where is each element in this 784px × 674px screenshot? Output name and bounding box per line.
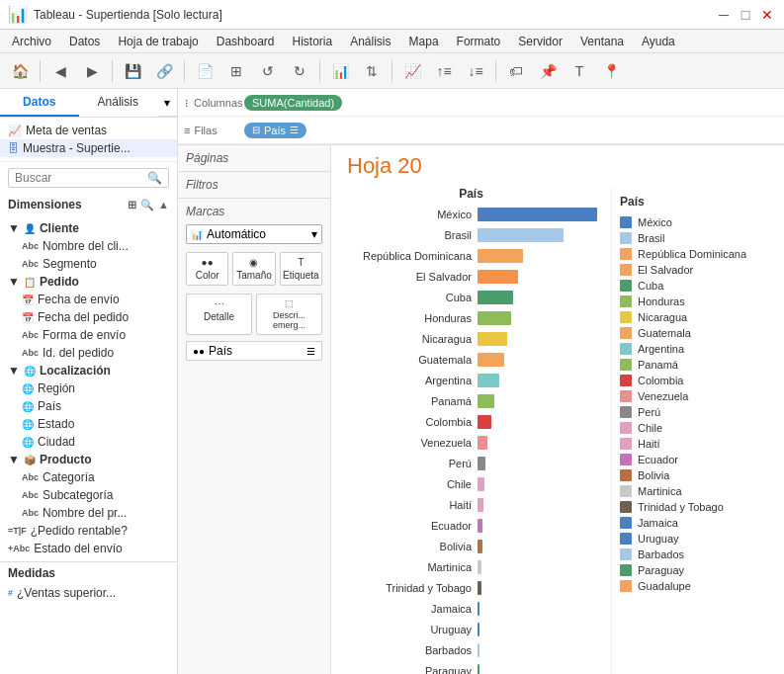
menu-archivo[interactable]: Archivo [4,33,59,50]
marks-size-btn[interactable]: ◉ Tamaño [232,252,275,286]
bar-row[interactable]: Perú [339,454,603,473]
bar-row[interactable]: Argentina [339,371,603,390]
legend-item[interactable]: Cuba [620,278,776,294]
legend-item[interactable]: Perú [620,404,776,420]
new-worksheet-button[interactable]: 📄 [191,57,218,85]
legend-item[interactable]: Chile [620,420,776,436]
field-fecha-pedido[interactable]: 📅 Fecha del pedido [0,308,177,326]
legend-item[interactable]: Argentina [620,341,776,357]
home-button[interactable]: 🏠 [6,57,34,85]
group-producto[interactable]: ▼ 📦 Producto [0,451,177,468]
grid-view-icon[interactable]: ⊞ [128,199,136,211]
legend-item[interactable]: Colombia [620,373,776,388]
field-segmento[interactable]: Abc Segmento [0,255,177,273]
bar-row[interactable]: Venezuela [339,433,603,453]
field-ventas-superior[interactable]: # ¿Ventas superior... [0,584,177,602]
marks-color-btn[interactable]: ●● Color [186,252,228,286]
group-cliente[interactable]: ▼ 👤 Cliente [0,219,177,237]
bar-row[interactable]: Cuba [339,288,603,307]
connect-button[interactable]: 📊 [326,57,354,85]
bar-row[interactable]: Trinidad y Tobago [339,578,603,598]
columns-pill-suma[interactable]: SUMA(Cantidad) [244,95,342,111]
bar-row[interactable]: Jamaica [339,599,603,619]
scroll-up-icon[interactable]: ▲ [158,199,169,211]
menu-historia[interactable]: Historia [284,33,340,50]
show-me-button[interactable]: 📈 [398,57,426,85]
menu-servidor[interactable]: Servidor [510,33,570,50]
field-categoria[interactable]: Abc Categoría [0,468,177,486]
menu-hoja[interactable]: Hoja de trabajo [110,33,206,50]
bar-row[interactable]: Brasil [339,225,603,245]
field-region[interactable]: 🌐 Región [0,379,177,397]
tab-analisis[interactable]: Análisis [79,89,158,117]
legend-item[interactable]: El Salvador [620,262,776,278]
duplicate-button[interactable]: ⊞ [222,57,250,85]
maximize-button[interactable]: □ [737,6,754,24]
marks-label-btn[interactable]: T Etiqueta [280,252,322,286]
swap-button[interactable]: ⇅ [358,57,386,85]
field-fecha-envio[interactable]: 📅 Fecha de envío [0,291,177,308]
annotation-button[interactable]: 📌 [534,57,562,85]
menu-mapa[interactable]: Mapa [401,33,447,50]
legend-item[interactable]: República Dominicana [620,246,776,262]
datasource-muestra[interactable]: 🗄 Muestra - Supertie... [0,139,177,157]
menu-ventana[interactable]: Ventana [572,33,632,50]
undo-button[interactable]: ↺ [254,57,282,85]
sort-asc-button[interactable]: ↑≡ [430,57,458,85]
legend-item[interactable]: Venezuela [620,388,776,404]
field-nombre-cliente[interactable]: Abc Nombre del cli... [0,237,177,255]
marks-detail-btn[interactable]: ⋯ Detalle [186,294,252,335]
legend-item[interactable]: Guadalupe [620,578,776,594]
bar-row[interactable]: México [339,205,603,224]
label-button[interactable]: 🏷 [502,57,530,85]
field-nombre-producto[interactable]: Abc Nombre del pr... [0,504,177,522]
panel-tab-dropdown[interactable]: ▾ [157,89,177,117]
add-datasource-button[interactable]: 🔗 [150,57,178,85]
redo-button[interactable]: ↻ [286,57,313,85]
text-button[interactable]: T [566,57,593,85]
menu-formato[interactable]: Formato [449,33,509,50]
tab-datos[interactable]: Datos [0,89,79,117]
datasource-meta[interactable]: 📈 Meta de ventas [0,122,177,139]
minimize-button[interactable]: ─ [715,6,733,24]
search-box[interactable]: 🔍 [8,168,169,188]
legend-item[interactable]: Haití [620,436,776,452]
bar-row[interactable]: Honduras [339,308,603,328]
search-dim-icon[interactable]: 🔍 [140,199,154,211]
legend-item[interactable]: Uruguay [620,531,776,547]
field-ciudad[interactable]: 🌐 Ciudad [0,433,177,451]
bar-row[interactable]: Paraguay [339,661,603,674]
rows-pill-pais[interactable]: ⊟ País ☰ [244,123,306,138]
legend-item[interactable]: México [620,214,776,230]
group-pedido[interactable]: ▼ 📋 Pedido [0,273,177,291]
marks-tooltip-btn[interactable]: ⬚ Descri...emerg... [256,294,322,335]
legend-item[interactable]: Ecuador [620,452,776,467]
bar-row[interactable]: Nicaragua [339,329,603,349]
menu-analisis[interactable]: Análisis [342,33,398,50]
legend-item[interactable]: Guatemala [620,325,776,341]
bar-row[interactable]: Ecuador [339,516,603,536]
field-estado[interactable]: 🌐 Estado [0,415,177,433]
menu-datos[interactable]: Datos [61,33,108,50]
marks-country-pill[interactable]: ●● País ☰ [186,341,322,361]
marks-type-dropdown[interactable]: 📊 Automático ▾ [186,224,322,244]
field-id-pedido[interactable]: Abc Id. del pedido [0,344,177,362]
bar-row[interactable]: República Dominicana [339,246,603,266]
legend-item[interactable]: Brasil [620,230,776,246]
field-pais[interactable]: 🌐 País [0,397,177,415]
forward-button[interactable]: ▶ [78,57,106,85]
search-input[interactable] [15,171,147,185]
legend-item[interactable]: Martinica [620,483,776,499]
bar-row[interactable]: Martinica [339,557,603,577]
back-button[interactable]: ◀ [46,57,74,85]
field-forma-envio[interactable]: Abc Forma de envío [0,326,177,344]
bar-row[interactable]: Haití [339,495,603,515]
legend-item[interactable]: Trinidad y Tobago [620,499,776,515]
menu-ayuda[interactable]: Ayuda [634,33,683,50]
bar-row[interactable]: El Salvador [339,267,603,287]
legend-item[interactable]: Barbados [620,547,776,562]
bar-row[interactable]: Panamá [339,391,603,411]
close-button[interactable]: ✕ [758,6,776,24]
legend-item[interactable]: Nicaragua [620,309,776,325]
group-localizacion[interactable]: ▼ 🌐 Localización [0,362,177,379]
